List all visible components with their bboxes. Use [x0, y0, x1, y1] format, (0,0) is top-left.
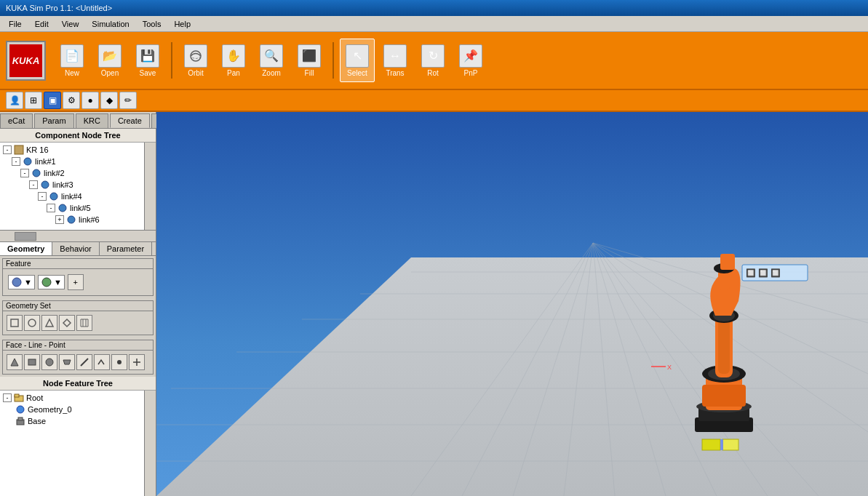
- menu-simulation[interactable]: Simulation: [86, 18, 135, 30]
- main-tabs: eCat Param KRC Create Teach: [0, 112, 156, 129]
- tree-item-link3[interactable]: - link#3: [1, 179, 143, 191]
- expand-link1[interactable]: -: [12, 157, 20, 166]
- svg-point-2: [24, 158, 31, 165]
- icon-btn-diamond[interactable]: ◆: [100, 92, 118, 109]
- expand-root[interactable]: -: [3, 393, 12, 402]
- feature-color-select[interactable]: ▼: [38, 275, 65, 289]
- tab-ecat[interactable]: eCat: [0, 113, 33, 128]
- component-tree: - KR 16 - link#1 -: [0, 143, 144, 230]
- expand-link5[interactable]: -: [47, 204, 55, 212]
- icon-btn-circle[interactable]: ●: [81, 92, 99, 109]
- geo-set-btn-5[interactable]: [76, 315, 92, 331]
- icon-btn-pen[interactable]: ✏: [119, 92, 137, 109]
- icon-btn-box[interactable]: ▣: [44, 92, 61, 109]
- svg-point-6: [59, 204, 66, 212]
- geo-set-btn-2[interactable]: [24, 315, 40, 331]
- select-button[interactable]: ↖ Select: [340, 39, 375, 82]
- pan-label: Pan: [227, 69, 240, 77]
- tree-item-root[interactable]: - Root: [1, 392, 143, 404]
- fill-button[interactable]: ⬛ Fill: [292, 39, 327, 82]
- tree-item-link5[interactable]: - link#5: [1, 202, 143, 214]
- svg-point-4: [41, 181, 49, 188]
- node-tree-scrollbar[interactable]: [144, 391, 156, 496]
- geo-tab-behavior[interactable]: Behavior: [52, 242, 99, 255]
- flp-btn-4[interactable]: [59, 354, 75, 370]
- icon-link6: [65, 215, 77, 225]
- icon-btn-gear[interactable]: ⚙: [63, 92, 80, 109]
- label-link3: link#3: [52, 180, 73, 189]
- label-link2: link#2: [44, 169, 65, 177]
- menu-tools[interactable]: Tools: [137, 18, 167, 30]
- expand-kr16[interactable]: -: [3, 145, 12, 154]
- menu-file[interactable]: File: [3, 18, 28, 30]
- tree-item-link6[interactable]: + link#6: [1, 214, 143, 225]
- icon-btn-grid[interactable]: ⊞: [25, 92, 42, 109]
- component-tree-header: Component Node Tree: [0, 129, 156, 143]
- zoom-button[interactable]: 🔍 Zoom: [254, 39, 289, 82]
- flp-btn-8[interactable]: [129, 354, 145, 370]
- tab-create[interactable]: Create: [110, 113, 150, 128]
- node-tree-scroll: - Root Geometry_0: [0, 391, 156, 496]
- svg-point-7: [68, 216, 75, 223]
- trans-button[interactable]: ↔ Trans: [378, 39, 413, 82]
- flp-btn-3[interactable]: [41, 354, 57, 370]
- tree-item-geometry0[interactable]: Geometry_0: [1, 404, 143, 415]
- component-tree-scrollbar[interactable]: [144, 143, 156, 230]
- icon-link3: [39, 180, 51, 190]
- component-tree-hscrollbar[interactable]: [0, 230, 156, 241]
- flp-btn-6[interactable]: [94, 354, 110, 370]
- flp-btn-7[interactable]: [111, 354, 127, 370]
- new-button[interactable]: 📄 New: [55, 39, 89, 82]
- open-button[interactable]: 📂 Open: [92, 39, 127, 82]
- menu-edit[interactable]: Edit: [29, 18, 55, 30]
- svg-rect-63: [722, 439, 738, 450]
- face-line-point-section: Face - Line - Point: [2, 340, 154, 375]
- svg-rect-10: [11, 319, 18, 327]
- viewport-svg: 🔲 🔲 🔲 X: [156, 112, 868, 496]
- save-button[interactable]: 💾 Save: [130, 39, 165, 82]
- label-link5: link#5: [70, 204, 91, 212]
- menu-view[interactable]: View: [56, 18, 85, 30]
- expand-link2[interactable]: -: [20, 169, 29, 177]
- select-icon: ↖: [346, 44, 369, 68]
- pnp-button[interactable]: 📌 PnP: [453, 39, 488, 82]
- geo-set-btn-1[interactable]: [7, 315, 23, 331]
- flp-btn-1[interactable]: [7, 354, 23, 370]
- new-label: New: [65, 69, 79, 77]
- trans-label: Trans: [386, 69, 404, 77]
- rot-button[interactable]: ↻ Rot: [415, 39, 450, 82]
- geo-tab-geometry[interactable]: Geometry: [0, 242, 52, 255]
- feature-add-btn[interactable]: +: [68, 274, 84, 290]
- zoom-label: Zoom: [262, 69, 281, 77]
- feature-row: ▼ ▼ +: [5, 271, 151, 293]
- flp-btn-2[interactable]: [24, 354, 40, 370]
- title-bar: KUKA Sim Pro 1.1: <Untitled>: [0, 0, 868, 16]
- pan-button[interactable]: ✋ Pan: [216, 39, 251, 82]
- tree-item-link4[interactable]: - link#4: [1, 191, 143, 202]
- orbit-button[interactable]: Orbit: [178, 39, 213, 82]
- tree-item-link1[interactable]: - link#1: [1, 156, 143, 167]
- expand-link6[interactable]: +: [55, 215, 64, 224]
- expand-link3[interactable]: -: [29, 180, 38, 189]
- tab-krc[interactable]: KRC: [76, 113, 108, 128]
- svg-line-16: [81, 359, 88, 366]
- rot-icon: ↻: [421, 44, 445, 68]
- main-toolbar: KUKA 📄 New 📂 Open 💾 Save Orbit ✋ Pan 🔍 Z…: [0, 32, 868, 90]
- node-feature-tree-header: Node Feature Tree: [0, 377, 156, 391]
- flp-btn-5[interactable]: [76, 354, 92, 370]
- tree-item-link2[interactable]: - link#2: [1, 167, 143, 179]
- open-icon: 📂: [98, 44, 122, 68]
- geometry-set-label: Geometry Set: [3, 301, 153, 311]
- 3d-viewport[interactable]: 🔲 🔲 🔲 X: [156, 112, 868, 496]
- tree-item-kr16[interactable]: - KR 16: [1, 144, 143, 156]
- geo-set-btn-4[interactable]: [59, 315, 75, 331]
- geo-tab-parameter[interactable]: Parameter: [100, 242, 152, 255]
- menu-help[interactable]: Help: [168, 18, 196, 30]
- geo-set-btn-3[interactable]: [41, 315, 57, 331]
- icon-btn-user[interactable]: 👤: [6, 92, 23, 109]
- tree-item-base[interactable]: Base: [1, 415, 143, 427]
- feature-shape-select[interactable]: ▼: [8, 275, 35, 289]
- expand-link4[interactable]: -: [38, 192, 47, 201]
- main-area: eCat Param KRC Create Teach Component No…: [0, 112, 868, 496]
- tab-param[interactable]: Param: [34, 113, 73, 128]
